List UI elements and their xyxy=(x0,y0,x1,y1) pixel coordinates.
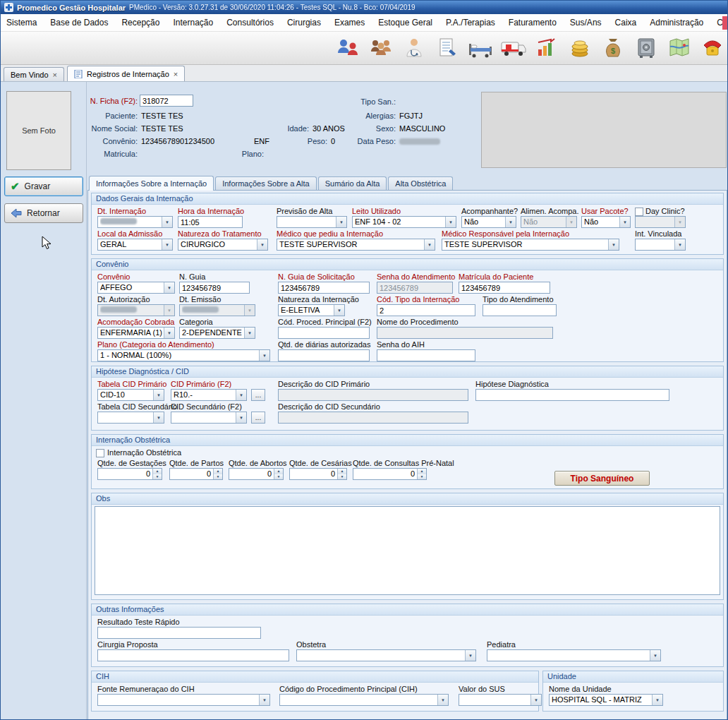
spinner-up-icon[interactable]: ▲ xyxy=(274,469,283,474)
cid-secundario-combo[interactable]: ▼ xyxy=(171,412,247,424)
spinner-up-icon[interactable]: ▲ xyxy=(338,469,346,474)
market-icon[interactable] xyxy=(533,35,560,61)
chevron-down-icon[interactable]: ▼ xyxy=(674,217,685,227)
tab-informacoes-internacao[interactable]: Informações Sobre a Internação xyxy=(89,176,214,191)
senha-aih-input[interactable] xyxy=(377,349,475,361)
spinner-up-icon[interactable]: ▲ xyxy=(153,469,162,474)
chevron-down-icon[interactable]: ▼ xyxy=(334,305,344,316)
chevron-down-icon[interactable]: ▼ xyxy=(424,239,435,250)
chevron-down-icon[interactable]: ▼ xyxy=(162,217,172,227)
menu-cirurgias[interactable]: Cirurgias xyxy=(287,18,321,28)
tabela-cid-primario-combo[interactable]: CID-10 ▼ xyxy=(97,389,164,401)
ficha-input[interactable] xyxy=(140,95,193,107)
chevron-down-icon[interactable]: ▼ xyxy=(437,695,448,705)
qtde-gestacoes-spinner[interactable]: 0 ▲▼ xyxy=(97,468,162,480)
chevron-down-icon[interactable]: ▼ xyxy=(445,217,456,227)
n-guia-solicitacao-input[interactable] xyxy=(278,282,370,294)
phone-icon[interactable] xyxy=(699,35,726,61)
chevron-down-icon[interactable]: ▼ xyxy=(153,390,164,400)
local-admissao-combo[interactable]: GERAL ▼ xyxy=(97,239,173,251)
nome-unidade-combo[interactable]: HOSPITAL SQL - MATRIZ ▼ xyxy=(549,694,663,706)
cid-primario-combo[interactable]: R10.- ▼ xyxy=(171,389,247,401)
hipotese-diagnostica-input[interactable] xyxy=(475,389,669,401)
spinner-down-icon[interactable]: ▼ xyxy=(338,474,346,480)
internacao-obstetrica-checkbox[interactable] xyxy=(96,449,104,457)
hospital-bed-icon[interactable] xyxy=(467,35,494,61)
safe-icon[interactable] xyxy=(633,35,660,61)
chevron-down-icon[interactable]: ▼ xyxy=(650,650,660,661)
resultado-teste-rapido-input[interactable] xyxy=(97,627,261,639)
qtde-partos-spinner[interactable]: 0 ▲▼ xyxy=(169,468,223,480)
close-icon[interactable]: × xyxy=(174,71,178,78)
dt-emissao-combo[interactable]: ▼ xyxy=(179,304,255,316)
descricao-cid-secundario-input[interactable] xyxy=(278,412,468,424)
spinner-down-icon[interactable]: ▼ xyxy=(214,474,222,480)
tab-informacoes-alta[interactable]: Informações Sobre a Alta xyxy=(215,176,317,190)
menu-internacao[interactable]: Internação xyxy=(173,18,213,28)
cid-primario-lookup-button[interactable]: ... xyxy=(251,389,265,401)
int-vinculada-combo[interactable]: ▼ xyxy=(635,239,686,251)
pediatra-combo[interactable]: ▼ xyxy=(487,649,661,661)
cirurgia-proposta-input[interactable] xyxy=(97,649,289,661)
chevron-down-icon[interactable]: ▼ xyxy=(164,282,174,293)
chevron-down-icon[interactable]: ▼ xyxy=(164,328,174,338)
medico-responsavel-combo[interactable]: TESTE SUPERVISOR ▼ xyxy=(442,239,619,251)
sync-users-icon[interactable] xyxy=(334,35,361,61)
chevron-down-icon[interactable]: ▼ xyxy=(652,695,662,705)
menu-sistema[interactable]: Sistema xyxy=(6,18,37,28)
dt-autorizacao-combo[interactable]: ▼ xyxy=(97,304,175,316)
chevron-down-icon[interactable]: ▼ xyxy=(259,695,269,705)
menu-pa-terapias[interactable]: P.A./Terapias xyxy=(446,18,495,28)
chevron-down-icon[interactable]: ▼ xyxy=(164,305,174,316)
chevron-down-icon[interactable]: ▼ xyxy=(530,695,541,705)
codigo-procedimento-cih-combo[interactable]: ▼ xyxy=(279,694,449,706)
chevron-down-icon[interactable]: ▼ xyxy=(465,650,475,661)
chevron-down-icon[interactable]: ▼ xyxy=(244,328,255,338)
medico-pediu-combo[interactable]: TESTE SUPERVISOR ▼ xyxy=(277,239,435,251)
menu-administracao[interactable]: Administração xyxy=(650,18,703,28)
chevron-down-icon[interactable]: ▼ xyxy=(608,239,619,250)
acomodacao-cobrada-combo[interactable]: ENFERMARIA (1) ▼ xyxy=(97,327,175,339)
alimen-acompa-combo[interactable]: Não ▼ xyxy=(521,216,577,228)
chevron-down-icon[interactable]: ▼ xyxy=(162,239,172,250)
qtde-abortos-spinner[interactable]: 0 ▲▼ xyxy=(229,468,284,480)
plano-categoria-combo[interactable]: 1 - NORMAL (100%) ▼ xyxy=(97,349,270,361)
spinner-down-icon[interactable]: ▼ xyxy=(274,474,283,480)
convenio-combo[interactable]: AFFEGO ▼ xyxy=(97,282,175,294)
menu-exames[interactable]: Exames xyxy=(334,18,365,28)
cod-tipo-internacao-input[interactable] xyxy=(377,304,475,316)
cid-secundario-lookup-button[interactable]: ... xyxy=(251,412,265,424)
day-clinic-checkbox[interactable] xyxy=(635,208,643,216)
tipo-atendimento-input[interactable] xyxy=(483,304,557,316)
chevron-down-icon[interactable]: ▼ xyxy=(257,239,267,250)
previsao-alta-combo[interactable]: ▼ xyxy=(277,216,347,228)
valor-sus-combo[interactable]: ▼ xyxy=(459,694,542,706)
medical-records-icon[interactable] xyxy=(434,35,461,61)
day-clinic-combo[interactable]: ▼ xyxy=(635,216,686,228)
n-guia-input[interactable] xyxy=(179,282,250,294)
chevron-down-icon[interactable]: ▼ xyxy=(153,412,164,423)
chevron-down-icon[interactable]: ▼ xyxy=(674,239,685,250)
menu-sus-ans[interactable]: Sus/Ans xyxy=(570,18,602,28)
nome-procedimento-input[interactable] xyxy=(377,327,553,339)
hora-internacao-input[interactable] xyxy=(178,216,243,228)
cod-proced-principal-input[interactable] xyxy=(278,327,370,339)
chevron-down-icon[interactable]: ▼ xyxy=(336,217,346,227)
ambulance-icon[interactable] xyxy=(500,35,527,61)
tab-sumario-alta[interactable]: Sumário da Alta xyxy=(318,176,387,190)
leito-utilizado-combo[interactable]: ENF 104 - 02 ▼ xyxy=(352,216,456,228)
menu-recepcao[interactable]: Recepção xyxy=(121,18,159,28)
descricao-cid-primario-input[interactable] xyxy=(278,389,468,401)
money-bag-icon[interactable]: $ xyxy=(600,35,626,61)
patients-group-icon[interactable] xyxy=(368,35,394,61)
menu-caixa[interactable]: Caixa xyxy=(615,18,637,28)
qtde-cesarias-spinner[interactable]: 0 ▲▼ xyxy=(289,468,347,480)
tipo-sanguineo-button[interactable]: Tipo Sanguíneo xyxy=(554,471,650,486)
acompanhante-combo[interactable]: Não ▼ xyxy=(461,216,516,228)
menu-base-de-dados[interactable]: Base de Dados xyxy=(50,18,108,28)
chevron-down-icon[interactable]: ▼ xyxy=(244,305,255,316)
categoria-combo[interactable]: 2-DEPENDENTE ▼ xyxy=(179,327,255,339)
doctor-icon[interactable] xyxy=(401,35,427,61)
natureza-tratamento-combo[interactable]: CIRURGICO ▼ xyxy=(178,239,268,251)
matricula-paciente-input[interactable] xyxy=(459,282,550,294)
